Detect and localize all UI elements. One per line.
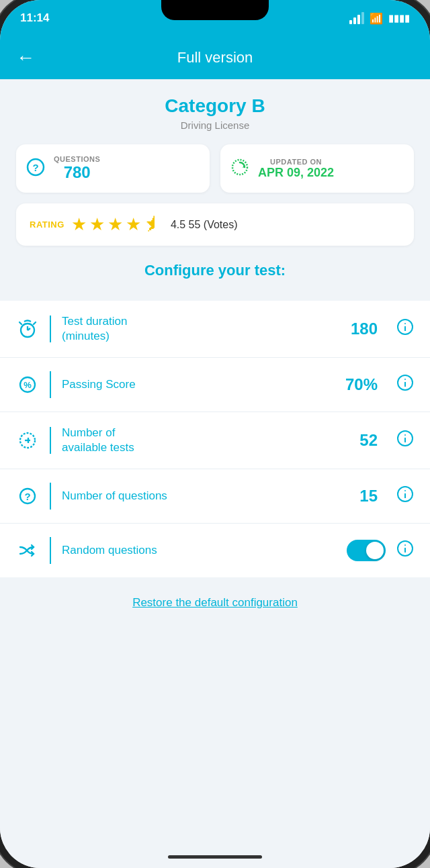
available-tests-value: 52 [359, 431, 378, 450]
svg-text:?: ? [24, 491, 30, 502]
home-indicator [168, 855, 262, 859]
alarm-icon [16, 319, 39, 339]
star-1: ★ [71, 214, 87, 235]
svg-point-19 [404, 434, 406, 436]
signal-icon [349, 12, 364, 24]
random-questions-toggle[interactable] [347, 540, 386, 561]
header-section: Category B Driving License ? QUESTIONS 7… [0, 79, 430, 290]
status-indicators: 📶 ▮▮▮▮ [349, 12, 410, 25]
refresh-edit-icon [16, 430, 39, 450]
percent-icon: % [16, 375, 39, 395]
num-questions-label: Number of questions [62, 489, 349, 503]
available-tests-info-button[interactable] [396, 430, 414, 451]
configure-section: Configure your test: [16, 246, 414, 279]
star-3: ★ [108, 214, 123, 235]
divider [50, 371, 51, 398]
passing-score-label: Passing Score [62, 377, 335, 392]
main-content: Category B Driving License ? QUESTIONS 7… [0, 79, 430, 868]
divider [50, 427, 51, 454]
svg-point-24 [404, 490, 406, 491]
category-subtitle: Driving License [16, 119, 414, 131]
random-questions-label: Random questions [62, 543, 336, 558]
test-duration-value: 180 [351, 320, 378, 338]
available-tests-label: Number ofavailable tests [62, 426, 349, 455]
toggle-wrapper [347, 540, 386, 561]
questions-card: ? QUESTIONS 780 [16, 144, 210, 193]
battery-icon: ▮▮▮▮ [388, 13, 410, 23]
svg-point-13 [404, 379, 406, 380]
rating-label: RATING [30, 220, 64, 230]
toggle-knob [366, 542, 384, 559]
questions-label: QUESTIONS [54, 155, 100, 163]
updated-value: APR 09, 2022 [258, 166, 334, 180]
configure-title: Configure your test: [32, 262, 398, 279]
setting-row-test-duration[interactable]: Test duration(minutes) 180 [0, 301, 430, 358]
passing-score-value: 70% [345, 375, 378, 394]
updated-card: UPDATED ON APR 09, 2022 [220, 144, 414, 193]
setting-row-passing-score[interactable]: % Passing Score 70% [0, 358, 430, 412]
setting-row-available-tests[interactable]: Number ofavailable tests 52 [0, 412, 430, 469]
random-questions-info-button[interactable] [396, 540, 414, 561]
svg-point-27 [404, 544, 406, 546]
phone-frame: 11:14 📶 ▮▮▮▮ ← Full version Category B D… [0, 0, 430, 868]
num-questions-info-button[interactable] [396, 485, 414, 507]
divider [50, 537, 51, 564]
setting-row-num-questions[interactable]: ? Number of questions 15 [0, 469, 430, 524]
updated-label: UPDATED ON [258, 158, 334, 166]
question-circle-icon: ? [16, 486, 39, 506]
rating-value: 4.5 55 (Votes) [171, 219, 238, 231]
wifi-icon: 📶 [370, 12, 383, 25]
nav-bar: ← Full version [0, 36, 430, 79]
settings-list: Test duration(minutes) 180 % [0, 301, 430, 577]
status-time: 11:14 [20, 11, 49, 25]
stars: ★ ★ ★ ★ ⯨ [71, 214, 161, 235]
divider [50, 316, 51, 342]
svg-text:%: % [24, 380, 32, 390]
star-2: ★ [89, 214, 105, 235]
passing-score-info-button[interactable] [396, 374, 414, 395]
test-duration-info-button[interactable] [396, 318, 414, 340]
question-mark-icon: ? [26, 157, 46, 181]
star-half: ⯨ [144, 214, 161, 235]
restore-default-link[interactable]: Restore the default configuration [132, 596, 298, 609]
questions-value: 780 [54, 163, 100, 182]
test-duration-label: Test duration(minutes) [62, 314, 340, 344]
refresh-icon [230, 157, 250, 181]
num-questions-value: 15 [359, 487, 378, 505]
svg-text:?: ? [32, 162, 38, 173]
category-title: Category B [16, 95, 414, 117]
restore-section: Restore the default configuration [0, 577, 430, 628]
setting-row-random-questions[interactable]: Random questions [0, 524, 430, 577]
info-cards: ? QUESTIONS 780 [16, 144, 414, 193]
rating-card: RATING ★ ★ ★ ★ ⯨ 4.5 55 (Votes) [16, 203, 414, 246]
nav-title: Full version [177, 49, 253, 66]
star-4: ★ [126, 214, 141, 235]
notch [161, 0, 269, 20]
back-button[interactable]: ← [16, 47, 35, 68]
divider [50, 483, 51, 510]
svg-point-8 [404, 323, 406, 324]
shuffle-icon [16, 540, 39, 561]
